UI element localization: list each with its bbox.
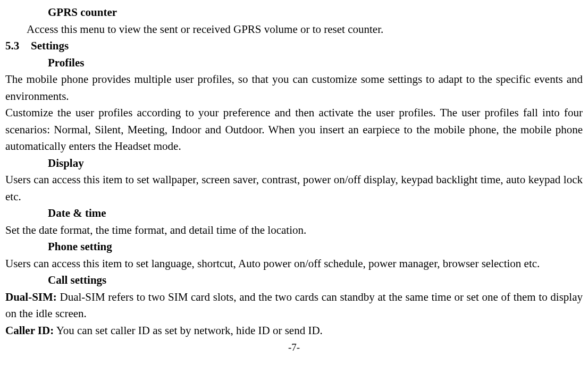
callerid-label: Caller ID: [5,324,54,337]
section-title: Settings [31,39,69,52]
gprs-counter-heading: GPRS counter [5,4,583,21]
profiles-heading: Profiles [5,55,583,72]
datetime-text: Set the date format, the time format, an… [5,222,583,239]
callsettings-heading: Call settings [5,272,583,289]
gprs-counter-text: Access this menu to view the sent or rec… [5,21,583,38]
datetime-heading: Date & time [5,205,583,222]
callerid-line: Caller ID: You can set caller ID as set … [5,322,583,339]
profiles-p1: The mobile phone provides multiple user … [5,71,583,105]
section-number: 5.3 [5,38,31,55]
display-text: Users can access this item to set wallpa… [5,172,583,205]
phonesetting-heading: Phone setting [5,239,583,256]
callerid-text: You can set caller ID as set by network,… [54,324,323,337]
dualsim-line: Dual-SIM: Dual-SIM refers to two SIM car… [5,289,583,322]
section-header: 5.3Settings [5,38,583,55]
phonesetting-text: Users can access this item to set langua… [5,256,583,273]
page-number: -7- [5,340,583,355]
display-heading: Display [5,155,583,172]
dualsim-label: Dual-SIM: [5,291,57,303]
dualsim-text: Dual-SIM refers to two SIM card slots, a… [5,291,583,320]
profiles-p2: Customize the user profiles according to… [5,105,583,155]
